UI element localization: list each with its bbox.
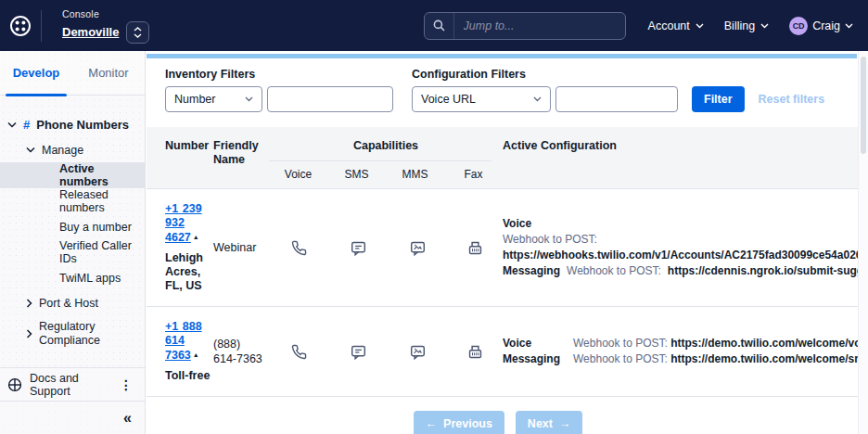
- active-configuration-cell: Voice Webhook to POST: https://webhooks.…: [503, 216, 868, 279]
- configuration-filter-selected-value: Voice URL: [421, 93, 476, 106]
- chevron-right-icon: [26, 299, 32, 308]
- docs-support-label: Docs and Support: [30, 372, 117, 398]
- fax-icon: [467, 344, 483, 360]
- account-menu[interactable]: Account: [648, 19, 704, 32]
- arrow-right-icon: →: [559, 417, 571, 430]
- table-row: +1 239 932 4627▲ Lehigh Acres, FL, US We…: [147, 188, 868, 306]
- voice-capability-cell: [269, 240, 328, 256]
- inventory-filters-label: Inventory Filters: [165, 68, 393, 81]
- console-label: Console: [62, 8, 149, 19]
- sidebar-item-port-and-host[interactable]: Port & Host: [0, 290, 145, 315]
- avatar: CD: [789, 17, 808, 35]
- voice-webhook-url: https://webhooks.twilio.com/v1/Accounts/…: [503, 248, 866, 263]
- col-header-capabilities: Capabilities: [269, 139, 503, 152]
- docs-and-support[interactable]: Docs and Support ⋮: [0, 367, 145, 401]
- user-menu[interactable]: CD Craig: [789, 17, 853, 35]
- docs-support-icon: [7, 377, 22, 392]
- twilio-logo[interactable]: [0, 14, 41, 38]
- account-switcher-button[interactable]: [126, 21, 149, 44]
- pagination: ← Previous Next →: [147, 411, 849, 434]
- previous-page-button[interactable]: ← Previous: [414, 411, 504, 434]
- voice-config-label: Voice: [503, 336, 573, 351]
- main-content: Inventory Filters Number Configuration F…: [147, 51, 868, 434]
- collapse-sidebar-icon[interactable]: «: [123, 410, 132, 427]
- col-header-active-configuration: Active Configuration: [503, 139, 868, 181]
- chevron-down-icon: [245, 96, 253, 102]
- mms-capability-cell: [388, 344, 447, 360]
- voice-webhook-prefix: Webhook to POST:: [573, 337, 668, 350]
- inventory-filter-input[interactable]: [267, 86, 393, 112]
- sidebar-item-label: Manage: [42, 144, 83, 157]
- configuration-filter-select[interactable]: Voice URL: [412, 86, 551, 112]
- warning-triangle-icon: ▲: [193, 351, 199, 358]
- table-header: Number Friendly Name Capabilities Voice …: [147, 127, 868, 188]
- search-icon-cell: [425, 13, 454, 39]
- billing-menu[interactable]: Billing: [724, 19, 769, 32]
- sidebar-item-verified-caller-ids[interactable]: Verified Caller IDs: [0, 239, 145, 265]
- sidebar-nav-tree: # Phone Numbers Manage Active numbers Re…: [0, 96, 145, 352]
- sms-capability-cell: [328, 344, 388, 360]
- sidebar-tabs: Develop Monitor: [0, 51, 145, 96]
- up-down-chevrons-icon: [134, 27, 142, 38]
- number-location: Toll-free: [165, 369, 213, 383]
- friendly-name-cell: Webinar: [213, 240, 269, 255]
- number-location: Lehigh Acres, FL, US: [165, 251, 213, 293]
- messaging-webhook-prefix: Webhook to POST:: [573, 352, 668, 365]
- sidebar-item-released-numbers[interactable]: Released numbers: [0, 188, 145, 214]
- arrow-left-icon: ←: [426, 417, 438, 430]
- fax-capability-cell: [447, 344, 503, 360]
- messaging-webhook-url: https://demo.twilio.com/welcome/sms/repl…: [670, 352, 866, 365]
- search-input[interactable]: [454, 13, 625, 39]
- phone-numbers-table: Number Friendly Name Capabilities Voice …: [147, 127, 868, 397]
- sidebar-item-label: Regulatory Compliance: [39, 315, 132, 352]
- inventory-filters-group: Inventory Filters Number: [165, 68, 393, 112]
- sidebar-item-label: Released numbers: [59, 188, 139, 214]
- sms-capability-cell: [328, 240, 388, 256]
- configuration-filter-input[interactable]: [555, 86, 678, 112]
- filter-button[interactable]: Filter: [692, 86, 745, 112]
- voice-config-label: Voice: [503, 216, 866, 232]
- inventory-filter-select[interactable]: Number: [165, 86, 262, 112]
- chevron-down-icon: [533, 96, 542, 102]
- fax-capability-cell: [447, 240, 503, 256]
- number-cell: +1 888 614 7363▲ Toll-free: [165, 320, 213, 383]
- sidebar-item-label: TwiML apps: [59, 272, 121, 285]
- sidebar-item-label: Verified Caller IDs: [59, 239, 139, 265]
- sms-icon: [351, 344, 366, 360]
- friendly-name-cell: (888) 614-7363: [213, 337, 269, 366]
- twilio-logo-icon: [8, 14, 32, 38]
- phone-icon: [291, 240, 307, 256]
- hash-icon: #: [23, 118, 30, 132]
- fax-icon: [467, 240, 483, 256]
- vertical-scrollbar[interactable]: [858, 51, 868, 434]
- reset-filters-button[interactable]: Reset filters: [759, 86, 825, 112]
- tab-monitor[interactable]: Monitor: [72, 51, 145, 95]
- warning-triangle-icon: ▲: [193, 234, 199, 240]
- sidebar-item-twiml-apps[interactable]: TwiML apps: [0, 265, 145, 290]
- scrollbar-thumb[interactable]: [861, 57, 866, 154]
- kebab-menu-icon[interactable]: ⋮: [117, 377, 135, 392]
- sidebar-item-phone-numbers[interactable]: # Phone Numbers: [0, 112, 145, 137]
- account-name-link[interactable]: Demoville: [62, 25, 119, 39]
- col-header-number: Number: [165, 139, 213, 181]
- next-page-button[interactable]: Next →: [516, 411, 583, 434]
- sidebar-item-manage[interactable]: Manage: [0, 137, 145, 162]
- sidebar-item-active-numbers[interactable]: Active numbers: [0, 162, 145, 188]
- sidebar-item-label: Buy a number: [59, 221, 132, 234]
- configuration-filters-label: Configuration Filters: [412, 68, 678, 81]
- col-header-friendly-name: Friendly Name: [213, 139, 269, 181]
- voice-capability-cell: [269, 344, 328, 360]
- sidebar-item-regulatory-compliance[interactable]: Regulatory Compliance: [0, 315, 145, 352]
- chevron-down-icon: [845, 23, 853, 29]
- col-header-capabilities-group: Capabilities Voice SMS MMS Fax: [269, 139, 503, 181]
- billing-menu-label: Billing: [724, 19, 755, 32]
- phone-icon: [291, 344, 307, 360]
- account-switcher: Console Demoville: [62, 8, 149, 44]
- global-search[interactable]: [424, 12, 626, 40]
- messaging-webhook-url: https://cdennis.ngrok.io/submit-suggesti…: [668, 263, 866, 279]
- sidebar-item-buy-a-number[interactable]: Buy a number: [0, 214, 145, 239]
- col-header-sms: SMS: [327, 168, 386, 181]
- chevron-down-icon: [760, 23, 769, 29]
- configuration-filters-group: Configuration Filters Voice URL: [412, 68, 678, 112]
- tab-develop[interactable]: Develop: [0, 51, 72, 95]
